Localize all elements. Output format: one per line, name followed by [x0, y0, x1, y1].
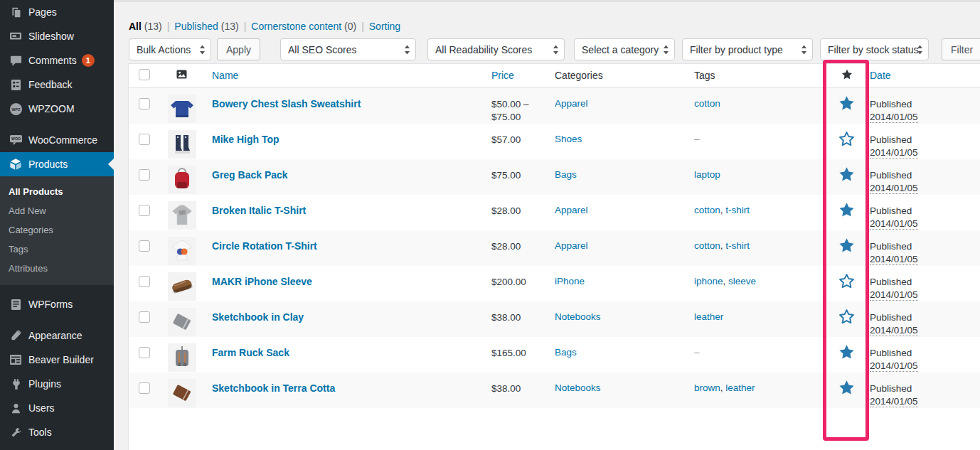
product-name-link[interactable]: Mike High Top — [212, 134, 279, 145]
featured-star-filled[interactable] — [838, 202, 855, 220]
publish-status: Published — [870, 382, 980, 395]
product-name-link[interactable]: Broken Italic T-Shirt — [212, 205, 306, 216]
publish-date: 2014/01/05 — [870, 147, 918, 159]
featured-star-outline[interactable] — [838, 309, 855, 327]
product-tag-link[interactable]: cotton — [694, 240, 720, 251]
view-cornerstone-content[interactable]: Cornerstone content (0) — [251, 21, 356, 32]
product-thumbnail[interactable] — [168, 379, 196, 407]
product-tag-link[interactable]: sleeve — [728, 276, 756, 286]
product-name-link[interactable]: Sketchbook in Clay — [212, 311, 304, 323]
sidebar-subitem-categories[interactable]: Categories — [0, 220, 114, 240]
featured-star-filled[interactable] — [838, 237, 855, 256]
bulk-actions-label: Bulk Actions — [137, 44, 191, 55]
product-thumbnail[interactable] — [168, 166, 196, 194]
product-category-link[interactable]: Apparel — [555, 98, 588, 109]
product-category-link[interactable]: Apparel — [555, 205, 588, 215]
product-thumbnail[interactable] — [168, 201, 196, 230]
featured-star-filled[interactable] — [838, 344, 855, 363]
publish-status: Published — [870, 169, 980, 182]
product-name-link[interactable]: Farm Ruck Sack — [212, 347, 289, 358]
sidebar-item-comments[interactable]: Comments1 — [0, 48, 114, 73]
sidebar-item-pages[interactable]: Pages — [0, 0, 114, 24]
view-published[interactable]: Published (13) — [174, 21, 238, 32]
product-tag-link[interactable]: t-shirt — [725, 205, 750, 215]
featured-star-filled[interactable] — [838, 166, 855, 185]
menu-separator — [0, 316, 114, 323]
row-checkbox[interactable] — [139, 240, 150, 252]
row-checkbox[interactable] — [139, 347, 150, 358]
view-all[interactable]: All (13) — [129, 21, 162, 32]
featured-star-outline[interactable] — [838, 273, 855, 291]
product-category-link[interactable]: Shoes — [555, 134, 582, 144]
sidebar-item-beaver-builder[interactable]: Beaver Builder — [0, 348, 114, 372]
product-thumbnail[interactable] — [168, 95, 196, 123]
apply-button[interactable]: Apply — [217, 38, 260, 60]
sort-by-date[interactable]: Date — [870, 70, 891, 81]
sort-by-name[interactable]: Name — [212, 70, 238, 81]
row-checkbox[interactable] — [139, 134, 150, 145]
featured-star-outline[interactable] — [838, 131, 855, 149]
filter-button[interactable]: Filter — [942, 38, 980, 60]
featured-star-filled[interactable] — [838, 95, 855, 114]
product-name-link[interactable]: Sketchbook in Terra Cotta — [212, 382, 335, 394]
select-all-checkbox[interactable] — [139, 69, 150, 80]
product-tag-link[interactable]: leather — [694, 311, 723, 322]
product-tag-link[interactable]: cotton — [694, 98, 720, 109]
product-name-link[interactable]: Bowery Chest Slash Sweatshirt — [212, 98, 361, 109]
product-category-link[interactable]: Bags — [555, 169, 577, 180]
product-tag-link[interactable]: leather — [725, 382, 755, 393]
category-select[interactable]: Select a category — [574, 38, 675, 60]
product-thumbnail[interactable] — [168, 272, 196, 301]
menu-separator — [0, 121, 114, 128]
sidebar-item-settings[interactable]: Settings — [0, 444, 114, 450]
product-category-link[interactable]: iPhone — [555, 276, 585, 286]
row-checkbox[interactable] — [139, 169, 150, 181]
sidebar-item-plugins[interactable]: Plugins — [0, 372, 114, 396]
select-arrows-icon — [199, 45, 206, 57]
product-name-link[interactable]: Greg Back Pack — [212, 169, 288, 181]
sidebar-item-woocommerce[interactable]: WOOWooCommerce — [0, 128, 114, 152]
product-name-link[interactable]: Circle Rotation T-Shirt — [212, 240, 317, 252]
product-tag-link[interactable]: t-shirt — [725, 240, 750, 251]
product-category-link[interactable]: Apparel — [555, 240, 588, 251]
sidebar-subitem-all-products[interactable]: All Products — [0, 182, 114, 201]
row-checkbox[interactable] — [139, 98, 150, 109]
product-name-link[interactable]: MAKR iPhone Sleeve — [212, 276, 312, 287]
sidebar-item-tools[interactable]: Tools — [0, 420, 114, 444]
product-thumbnail[interactable] — [168, 308, 196, 336]
sidebar-item-wpforms[interactable]: WPForms — [0, 292, 114, 316]
sidebar-subitem-tags[interactable]: Tags — [0, 240, 114, 259]
product-thumbnail[interactable] — [168, 343, 196, 372]
product-category-link[interactable]: Notebooks — [555, 382, 601, 393]
product-tag-link[interactable]: cotton — [694, 205, 720, 215]
sidebar-item-slideshow[interactable]: Slideshow — [0, 24, 114, 48]
sidebar-item-users[interactable]: Users — [0, 396, 114, 420]
product-type-select[interactable]: Filter by product type — [682, 38, 813, 60]
view-sorting[interactable]: Sorting — [369, 21, 400, 32]
product-category-link[interactable]: Notebooks — [555, 311, 601, 322]
sidebar-subitem-attributes[interactable]: Attributes — [0, 259, 114, 278]
sidebar-item-appearance[interactable]: Appearance — [0, 323, 114, 348]
sidebar-item-feedback[interactable]: Feedback — [0, 73, 114, 97]
product-tag-link[interactable]: brown — [694, 382, 720, 393]
product-category-link[interactable]: Bags — [555, 347, 577, 358]
sidebar-item-label: WooCommerce — [28, 134, 97, 146]
stock-status-select[interactable]: Filter by stock status — [820, 38, 929, 60]
sidebar-item-wpzoom[interactable]: WPZWPZOOM — [0, 97, 114, 121]
row-checkbox[interactable] — [139, 205, 150, 216]
seo-scores-select[interactable]: All SEO Scores — [280, 38, 416, 60]
readability-scores-select[interactable]: All Readability Scores — [427, 38, 565, 60]
sidebar-subitem-add-new[interactable]: Add New — [0, 201, 114, 220]
featured-star-filled[interactable] — [838, 380, 855, 398]
publish-status: Published — [870, 347, 980, 360]
row-checkbox[interactable] — [139, 276, 150, 287]
row-checkbox[interactable] — [139, 382, 150, 394]
sort-by-price[interactable]: Price — [491, 70, 514, 81]
product-tag-link[interactable]: laptop — [694, 169, 720, 180]
product-thumbnail[interactable] — [168, 130, 196, 159]
sidebar-item-products[interactable]: Products — [0, 152, 114, 176]
row-checkbox[interactable] — [139, 311, 150, 323]
bulk-actions-select[interactable]: Bulk Actions — [129, 38, 211, 60]
product-tag-link[interactable]: iphone — [694, 276, 723, 286]
product-thumbnail[interactable] — [168, 237, 196, 265]
